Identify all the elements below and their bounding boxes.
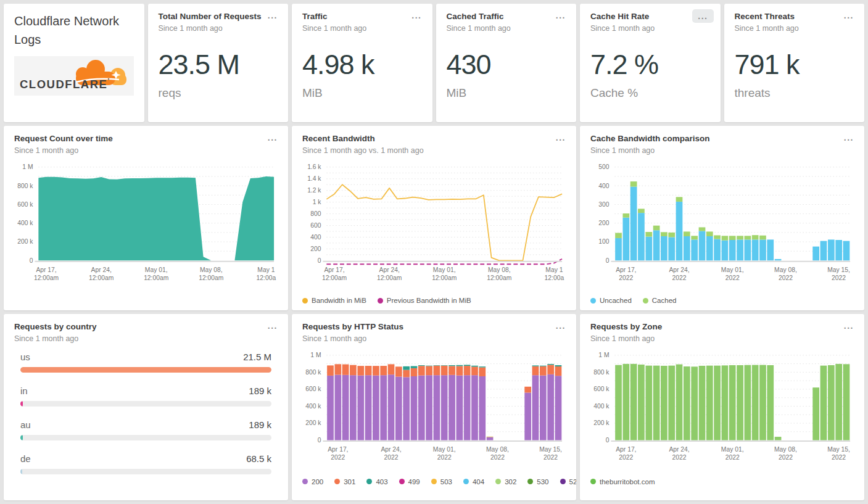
- country-label: au: [20, 419, 31, 430]
- country-row: au 189 k: [20, 419, 271, 440]
- svg-text:Apr 24,: Apr 24,: [91, 266, 112, 273]
- svg-text:2022: 2022: [779, 275, 793, 281]
- panel-menu-icon[interactable]: ...: [841, 319, 856, 333]
- panel-menu-icon[interactable]: ...: [553, 131, 568, 144]
- panel-cache-bandwidth: ... Cache Bandwidth comparison Since 1 m…: [580, 126, 864, 310]
- svg-text:May 08,: May 08,: [488, 266, 511, 273]
- svg-text:Apr 24,: Apr 24,: [381, 446, 401, 453]
- svg-text:800 k: 800 k: [305, 369, 321, 376]
- legend-item[interactable]: theburritobot.com: [590, 478, 655, 485]
- panel-subtitle: Since 1 month ago: [302, 334, 566, 343]
- svg-text:400: 400: [310, 234, 321, 241]
- svg-text:300: 300: [598, 201, 609, 208]
- svg-text:2022: 2022: [331, 454, 345, 461]
- legend-item[interactable]: 301: [334, 478, 355, 485]
- panel-menu-icon[interactable]: ...: [265, 131, 280, 144]
- country-label: de: [20, 453, 31, 464]
- panel-menu-icon[interactable]: ...: [841, 131, 856, 144]
- stat-subtitle: Since 1 month ago: [447, 24, 566, 33]
- svg-text:1 M: 1 M: [310, 352, 321, 358]
- legend-item[interactable]: 403: [366, 478, 387, 485]
- country-bar: [20, 435, 271, 440]
- svg-text:12:00am: 12:00am: [432, 275, 457, 281]
- legend-item[interactable]: 499: [399, 478, 420, 485]
- svg-text:0: 0: [318, 257, 321, 264]
- svg-text:0: 0: [318, 437, 321, 444]
- legend-dot-icon: [431, 479, 437, 484]
- svg-text:200 k: 200 k: [17, 238, 33, 245]
- svg-text:2022: 2022: [490, 454, 505, 461]
- legend-item[interactable]: Uncached: [590, 297, 632, 304]
- stat-subtitle: Since 1 month ago: [735, 24, 854, 33]
- legend-dot-icon: [590, 479, 596, 484]
- legend-item[interactable]: 503: [431, 478, 452, 485]
- panel-menu-icon[interactable]: ...: [265, 319, 280, 333]
- svg-text:May 15,: May 15,: [827, 266, 850, 273]
- svg-text:Apr 17,: Apr 17,: [324, 266, 344, 273]
- panel-menu-icon[interactable]: ...: [841, 9, 856, 22]
- country-value: 21.5 M: [243, 352, 271, 362]
- legend-dot-icon: [302, 298, 308, 304]
- svg-text:Apr 17,: Apr 17,: [616, 446, 636, 453]
- stat-title: Traffic: [302, 12, 422, 22]
- stat-value: 791 k: [735, 49, 854, 81]
- cache-bandwidth-legend: UncachedCached: [590, 297, 854, 304]
- svg-text:May 01,: May 01,: [433, 446, 456, 453]
- svg-text:2022: 2022: [832, 454, 846, 461]
- svg-text:400 k: 400 k: [305, 403, 321, 410]
- stat-value: 7.2 %: [590, 49, 710, 81]
- svg-text:400 k: 400 k: [17, 220, 33, 226]
- legend-item[interactable]: 404: [463, 478, 484, 485]
- legend-item[interactable]: Bandwidth in MiB: [302, 297, 366, 304]
- svg-text:Apr 24,: Apr 24,: [379, 266, 400, 273]
- svg-text:May 08,: May 08,: [200, 266, 223, 273]
- svg-text:500: 500: [598, 163, 609, 170]
- dashboard-grid: Cloudflare Network Logs CLOUDFLARE’ ... …: [0, 0, 868, 504]
- svg-text:May 1: May 1: [545, 266, 563, 273]
- http-status-chart: 1 M800 k600 k400 k200 k0Apr 17,2022Apr 2…: [302, 349, 566, 476]
- panel-request-count: ... Request Count over time Since 1 mont…: [4, 126, 288, 310]
- svg-text:2022: 2022: [779, 454, 793, 461]
- legend-item[interactable]: Cached: [643, 297, 677, 304]
- stat-unit: reqs: [159, 86, 278, 100]
- legend-dot-icon: [334, 479, 340, 484]
- request-count-chart: 1 M800 k600 k400 k200 k0Apr 17,12:00amAp…: [14, 161, 278, 294]
- country-value: 189 k: [249, 386, 271, 396]
- legend-dot-icon: [463, 479, 469, 484]
- stat-unit: Cache %: [590, 86, 710, 100]
- svg-text:800 k: 800 k: [593, 369, 610, 376]
- stat-value: 430: [447, 49, 566, 81]
- svg-text:May 15,: May 15,: [539, 446, 562, 453]
- svg-text:Apr 17,: Apr 17,: [328, 446, 348, 453]
- legend-item[interactable]: 530: [527, 478, 548, 485]
- svg-text:600: 600: [310, 222, 321, 229]
- legend-dot-icon: [378, 298, 383, 304]
- country-row: us 21.5 M: [20, 352, 271, 373]
- svg-text:Apr 24,: Apr 24,: [669, 266, 689, 273]
- legend-item[interactable]: Previous Bandwidth in MiB: [378, 297, 471, 304]
- panel-title: Cache Bandwidth comparison: [590, 134, 854, 144]
- requests-by-zone-chart: 1 M800 k600 k400 k200 k0Apr 17,2022Apr 2…: [590, 349, 854, 476]
- panel-menu-icon[interactable]: ...: [692, 9, 713, 23]
- svg-text:800: 800: [310, 210, 321, 217]
- svg-text:May 15,: May 15,: [827, 446, 850, 453]
- panel-subtitle: Since 1 month ago: [14, 334, 278, 343]
- legend-item[interactable]: 302: [495, 478, 516, 485]
- country-label: us: [20, 352, 30, 362]
- stat-card-recent-threats: ... Recent Threats Since 1 month ago 791…: [724, 4, 865, 122]
- legend-item[interactable]: 200: [302, 478, 323, 485]
- svg-text:400 k: 400 k: [593, 403, 610, 410]
- legend-item[interactable]: 526: [560, 478, 577, 485]
- panel-menu-icon[interactable]: ...: [553, 9, 568, 22]
- svg-text:12:00am: 12:00am: [377, 275, 402, 281]
- stat-card-traffic: ... Traffic Since 1 month ago 4.98 k MiB: [292, 4, 432, 122]
- svg-text:2022: 2022: [725, 275, 740, 281]
- recent-bandwidth-chart: 1.6 k1.4 k1.2 k1 k8006004002000Apr 17,12…: [302, 161, 566, 294]
- svg-text:1.4 k: 1.4 k: [307, 175, 321, 182]
- svg-text:2022: 2022: [384, 454, 399, 461]
- panel-menu-icon[interactable]: ...: [265, 9, 280, 22]
- panel-menu-icon[interactable]: ...: [409, 9, 424, 22]
- cloudflare-logo: CLOUDFLARE’: [14, 56, 134, 96]
- panel-menu-icon[interactable]: ...: [553, 319, 568, 333]
- http-status-legend: 200301403499503404302530526524: [302, 478, 566, 485]
